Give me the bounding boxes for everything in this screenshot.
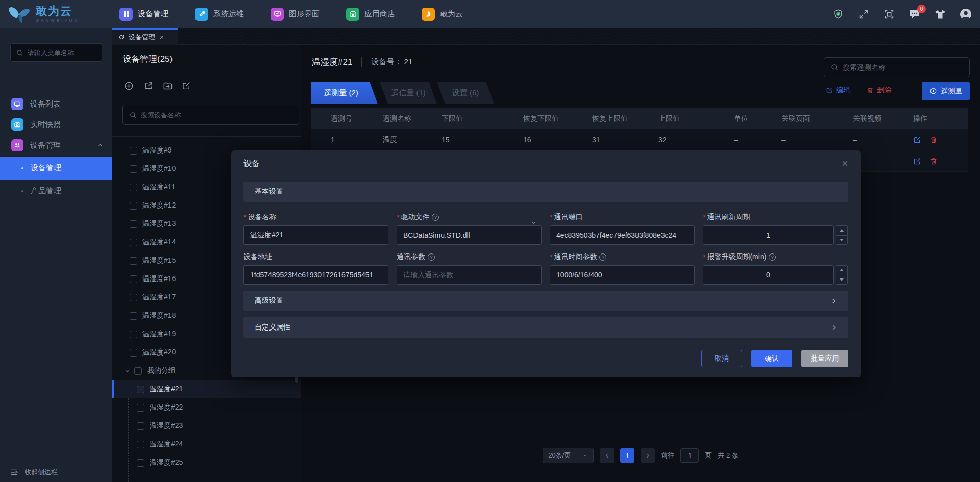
- checkbox[interactable]: [130, 239, 137, 246]
- checkbox[interactable]: [130, 312, 137, 320]
- checkbox[interactable]: [130, 294, 137, 301]
- avatar-icon[interactable]: [960, 8, 972, 20]
- row-edit-icon[interactable]: [913, 136, 921, 144]
- comm-params-input[interactable]: [397, 265, 542, 285]
- theme-skin-icon[interactable]: [934, 8, 946, 20]
- add-telemetry-button[interactable]: 遥测量: [922, 82, 970, 100]
- message-icon[interactable]: 0: [909, 8, 921, 20]
- tree-item[interactable]: 温湿度#22: [112, 398, 301, 417]
- device-search[interactable]: [122, 105, 299, 125]
- page-size-select[interactable]: 20条/页: [543, 448, 594, 463]
- refresh-icon[interactable]: [118, 34, 125, 40]
- fullscreen-icon[interactable]: [857, 8, 870, 20]
- checkbox[interactable]: [130, 275, 137, 283]
- sidebar-subitem-product-mgmt[interactable]: 产品管理: [0, 180, 112, 202]
- export-icon[interactable]: [143, 81, 154, 91]
- checkbox[interactable]: [137, 459, 144, 467]
- chevron-down-icon: [531, 220, 536, 225]
- confirm-button[interactable]: 确认: [751, 350, 792, 367]
- form-row: 设备名称 驱动文件 通讯端口 通讯刷新周期: [243, 212, 848, 245]
- next-page-button[interactable]: [641, 448, 655, 463]
- close-icon[interactable]: [159, 35, 164, 40]
- section-advanced-settings[interactable]: 高级设置: [243, 291, 848, 311]
- monitor-chart-icon: [271, 8, 284, 21]
- checkbox[interactable]: [134, 367, 142, 375]
- nav-item-system-ops[interactable]: 系统运维: [195, 0, 244, 28]
- row-edit-icon[interactable]: [913, 157, 921, 165]
- checkbox[interactable]: [130, 349, 137, 357]
- window-tab-device-mgmt[interactable]: 设备管理: [112, 28, 178, 45]
- checkbox[interactable]: [130, 165, 137, 173]
- sidebar-item-snapshot[interactable]: 实时快照: [0, 114, 112, 135]
- tree-item-selected[interactable]: 温湿度#21: [112, 380, 301, 398]
- sidebar-search-input[interactable]: [28, 49, 94, 57]
- checkbox[interactable]: [130, 331, 137, 338]
- window-tab-label: 设备管理: [129, 33, 155, 42]
- row-delete-icon[interactable]: [929, 157, 938, 165]
- camera-icon: [11, 118, 23, 131]
- nav-item-graphics[interactable]: 图形界面: [271, 0, 320, 28]
- checkbox[interactable]: [137, 404, 144, 412]
- device-search-input[interactable]: [141, 111, 284, 119]
- folder-move-icon[interactable]: [162, 81, 173, 91]
- edit-button[interactable]: 编辑: [826, 86, 850, 95]
- sidebar-item-device-mgmt[interactable]: 设备管理: [0, 135, 112, 156]
- stepper-up-icon[interactable]: [836, 265, 848, 275]
- number-stepper: [836, 265, 848, 285]
- nav-item-device-mgmt[interactable]: 设备管理: [119, 0, 168, 28]
- question-icon[interactable]: [769, 253, 776, 261]
- checkbox[interactable]: [130, 202, 137, 210]
- nav-item-app-store[interactable]: 应用商店: [346, 0, 395, 28]
- add-device-icon[interactable]: [124, 81, 134, 91]
- stepper-down-icon[interactable]: [836, 235, 848, 245]
- question-icon[interactable]: [428, 253, 435, 261]
- device-name-input[interactable]: [243, 225, 388, 245]
- chevron-down-icon[interactable]: [125, 368, 130, 374]
- checkbox[interactable]: [130, 147, 137, 155]
- batch-apply-button[interactable]: 批量应用: [801, 350, 848, 367]
- page-number-current[interactable]: 1: [620, 448, 634, 463]
- tab-telemetry[interactable]: 遥测量 (2): [311, 82, 378, 104]
- checkbox[interactable]: [137, 422, 144, 430]
- delete-button[interactable]: 删除: [867, 86, 891, 95]
- sidebar-search[interactable]: [10, 43, 102, 62]
- comm-port-input[interactable]: [550, 225, 695, 245]
- driver-file-select[interactable]: [397, 225, 542, 245]
- sidebar-subitem-device-mgmt[interactable]: 设备管理: [0, 157, 112, 180]
- checkbox[interactable]: [130, 220, 137, 228]
- refresh-cycle-input[interactable]: [703, 225, 834, 245]
- checkbox[interactable]: [137, 441, 144, 448]
- field-comm-time-params: 通讯时间参数: [550, 252, 695, 285]
- alarm-cycle-input[interactable]: [703, 265, 834, 285]
- checkbox[interactable]: [130, 257, 137, 265]
- tree-item[interactable]: 温湿度#23: [112, 417, 301, 435]
- comm-time-params-input[interactable]: [550, 265, 695, 285]
- checkbox[interactable]: [137, 386, 144, 393]
- device-address-input[interactable]: [243, 265, 388, 285]
- collapse-sidebar-button[interactable]: 收起侧边栏: [0, 462, 112, 482]
- column-header: 下限值: [442, 114, 523, 123]
- checkbox[interactable]: [130, 184, 137, 191]
- nav-item-ganweiyun[interactable]: 敢为云: [422, 0, 463, 28]
- section-basic-settings: 基本设置: [243, 182, 848, 202]
- tree-item[interactable]: 温湿度#24: [112, 435, 301, 453]
- section-custom-attributes[interactable]: 自定义属性: [243, 317, 848, 338]
- question-icon[interactable]: [599, 253, 606, 261]
- edit-device-icon[interactable]: [181, 81, 191, 91]
- stepper-up-icon[interactable]: [836, 225, 848, 235]
- cancel-button[interactable]: 取消: [701, 350, 742, 367]
- tab-settings[interactable]: 设置 (6): [437, 82, 494, 104]
- tab-telesignal[interactable]: 遥信量 (1): [380, 82, 437, 104]
- question-icon[interactable]: [432, 214, 439, 221]
- goto-page-input[interactable]: [680, 448, 699, 463]
- prev-page-button[interactable]: [600, 448, 614, 463]
- stepper-down-icon[interactable]: [836, 275, 848, 285]
- dialog-close-icon[interactable]: [840, 159, 849, 168]
- telemetry-search[interactable]: [824, 57, 970, 77]
- telemetry-search-input[interactable]: [843, 63, 955, 71]
- shield-icon[interactable]: [832, 8, 844, 20]
- tree-item[interactable]: 温湿度#25: [112, 453, 301, 472]
- sidebar-item-device-list[interactable]: 设备列表: [0, 94, 112, 114]
- frame-capture-icon[interactable]: [883, 8, 895, 20]
- row-delete-icon[interactable]: [929, 136, 938, 144]
